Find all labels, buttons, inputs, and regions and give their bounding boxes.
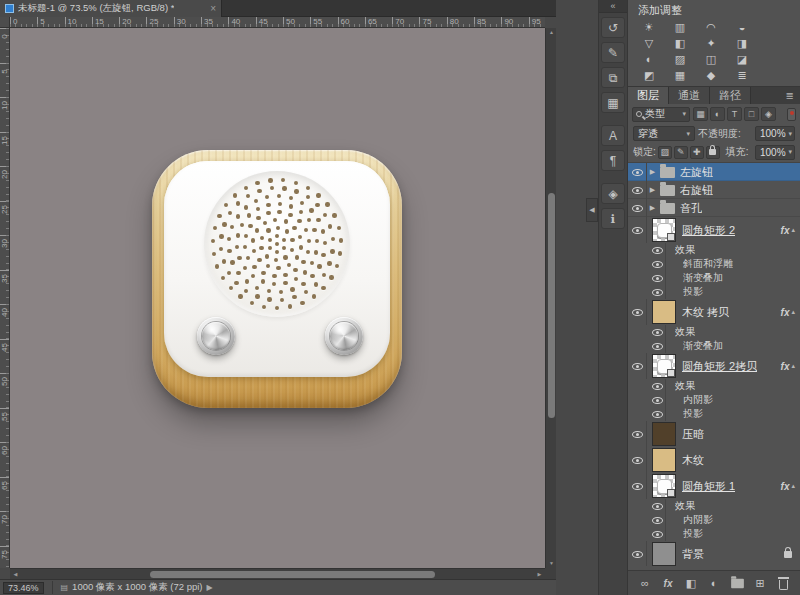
lock-position-icon[interactable]: ✚ <box>690 146 704 159</box>
layer-thumbnail[interactable] <box>652 354 676 378</box>
photo-filter-icon[interactable]: ◐ <box>636 52 662 66</box>
close-document-icon[interactable]: × <box>210 3 216 14</box>
horizontal-scrollbar[interactable]: ◀ ▶ <box>10 568 545 579</box>
ruler-vertical[interactable]: 051015202530354045505560657075 <box>0 28 10 568</box>
filter-pixel-layers-icon[interactable]: ▦ <box>693 107 708 121</box>
visibility-toggle[interactable] <box>628 181 647 199</box>
tab-layers[interactable]: 图层 <box>628 87 669 104</box>
black-white-icon[interactable]: ◨ <box>729 36 755 50</box>
expand-triangle-icon[interactable]: ▶ <box>647 168 658 176</box>
visibility-toggle[interactable] <box>628 473 647 499</box>
layer-effect-row[interactable]: 渐变叠加 <box>628 339 800 353</box>
panel-expand-arrow[interactable]: ◀ <box>586 198 598 222</box>
layer-effect-row[interactable]: 效果 <box>628 325 800 339</box>
collapse-panels-button[interactable]: « <box>599 0 627 13</box>
scroll-down-button[interactable]: ▼ <box>546 559 557 568</box>
lock-all-icon[interactable] <box>706 146 720 159</box>
layer-fx-indicator[interactable]: fx▴ <box>781 225 800 236</box>
layer-effect-row[interactable]: 投影 <box>628 285 800 299</box>
invert-icon[interactable]: ◪ <box>729 52 755 66</box>
filter-smart-objects-icon[interactable]: ◈ <box>761 107 776 121</box>
layer-group-row[interactable]: ▶左旋钮 <box>628 163 800 181</box>
tab-paths[interactable]: 路径 <box>710 87 751 104</box>
layer-effect-row[interactable]: 内阴影 <box>628 393 800 407</box>
new-layer-button[interactable]: ⊞ <box>752 576 768 591</box>
layer-effect-row[interactable]: 内阴影 <box>628 513 800 527</box>
layer-thumbnail[interactable] <box>652 300 676 324</box>
paragraph-panel-icon[interactable]: ¶ <box>601 150 625 171</box>
canvas-document[interactable] <box>10 28 545 568</box>
visibility-toggle[interactable] <box>650 339 666 353</box>
layer-thumbnail[interactable] <box>652 422 676 446</box>
link-layers-button[interactable]: ∞ <box>637 576 653 591</box>
visibility-toggle[interactable] <box>628 217 647 243</box>
layer-row[interactable]: 压暗 <box>628 421 800 447</box>
character-panel-icon[interactable]: A <box>601 125 625 146</box>
brightness-contrast-icon[interactable]: ☀ <box>636 20 662 34</box>
posterize-icon[interactable]: ◩ <box>636 68 662 82</box>
visibility-toggle[interactable] <box>650 407 666 421</box>
layer-group-row[interactable]: ▶音孔 <box>628 199 800 217</box>
visibility-toggle[interactable] <box>628 199 647 217</box>
layer-filter-type-dropdown[interactable]: 类型 ▾ <box>632 107 690 122</box>
layer-effect-row[interactable]: 投影 <box>628 407 800 421</box>
properties-panel-icon[interactable]: ℹ <box>601 208 625 229</box>
layer-thumbnail[interactable] <box>652 218 676 242</box>
scroll-left-button[interactable]: ◀ <box>10 570 21 579</box>
visibility-toggle[interactable] <box>650 271 666 285</box>
selective-color-icon[interactable]: ≣ <box>729 68 755 82</box>
visibility-toggle[interactable] <box>628 299 647 325</box>
gradient-map-icon[interactable]: ◆ <box>698 68 724 82</box>
visibility-toggle[interactable] <box>650 527 666 541</box>
3d-panel-icon[interactable]: ◈ <box>601 183 625 204</box>
curves-icon[interactable]: ◠ <box>698 20 724 34</box>
layer-row[interactable]: 木纹 <box>628 447 800 473</box>
clone-source-panel-icon[interactable]: ⧉ <box>601 67 625 88</box>
speaker-icon-artwork[interactable] <box>152 150 402 408</box>
status-expander-icon[interactable]: ▶ <box>207 583 213 592</box>
scroll-right-button[interactable]: ▶ <box>534 570 545 579</box>
new-adjustment-layer-button[interactable]: ◐ <box>706 576 722 591</box>
layer-effect-row[interactable]: 斜面和浮雕 <box>628 257 800 271</box>
vertical-scrollbar[interactable]: ▲ ▼ <box>545 28 556 568</box>
blend-mode-dropdown[interactable]: 穿透 ▾ <box>633 126 695 141</box>
layer-fx-indicator[interactable]: fx▴ <box>781 481 800 492</box>
visibility-toggle[interactable] <box>628 421 647 447</box>
layer-effect-row[interactable]: 效果 <box>628 379 800 393</box>
visibility-toggle[interactable] <box>650 379 666 393</box>
channel-mixer-icon[interactable]: ▨ <box>667 52 693 66</box>
new-group-button[interactable] <box>729 576 745 591</box>
brush-presets-panel-icon[interactable]: ✎ <box>601 42 625 63</box>
layer-thumbnail[interactable] <box>652 542 676 566</box>
fill-dropdown[interactable]: 100% ▾ <box>755 145 795 160</box>
horizontal-scrollbar-thumb[interactable] <box>150 571 435 578</box>
panel-menu-icon[interactable]: ≣ <box>780 87 800 104</box>
tab-channels[interactable]: 通道 <box>669 87 710 104</box>
layer-row[interactable]: 背景 <box>628 541 800 566</box>
expand-triangle-icon[interactable]: ▶ <box>647 204 658 212</box>
filter-type-layers-icon[interactable]: T <box>727 107 742 121</box>
hue-saturation-icon[interactable]: ◧ <box>667 36 693 50</box>
delete-layer-button[interactable] <box>775 576 791 591</box>
scroll-up-button[interactable]: ▲ <box>546 28 557 37</box>
filter-shape-layers-icon[interactable]: □ <box>744 107 759 121</box>
layer-effect-row[interactable]: 效果 <box>628 499 800 513</box>
layer-fx-indicator[interactable]: fx▴ <box>781 361 800 372</box>
visibility-toggle[interactable] <box>650 243 666 257</box>
layer-effect-row[interactable]: 效果 <box>628 243 800 257</box>
swatches-panel-icon[interactable]: ▦ <box>601 92 625 113</box>
visibility-toggle[interactable] <box>628 163 647 181</box>
color-lookup-icon[interactable]: ◫ <box>698 52 724 66</box>
visibility-toggle[interactable] <box>650 393 666 407</box>
levels-icon[interactable]: ▥ <box>667 20 693 34</box>
layer-filter-toggle[interactable] <box>787 108 796 121</box>
layer-row[interactable]: 木纹 拷贝fx▴ <box>628 299 800 325</box>
vibrance-icon[interactable]: ▽ <box>636 36 662 50</box>
layer-fx-indicator[interactable]: fx▴ <box>781 307 800 318</box>
layer-style-button[interactable]: fx <box>660 576 676 591</box>
threshold-icon[interactable]: ▦ <box>667 68 693 82</box>
visibility-toggle[interactable] <box>650 285 666 299</box>
lock-transparency-icon[interactable]: ▨ <box>658 146 672 159</box>
ruler-corner[interactable] <box>0 17 10 28</box>
visibility-toggle[interactable] <box>650 513 666 527</box>
